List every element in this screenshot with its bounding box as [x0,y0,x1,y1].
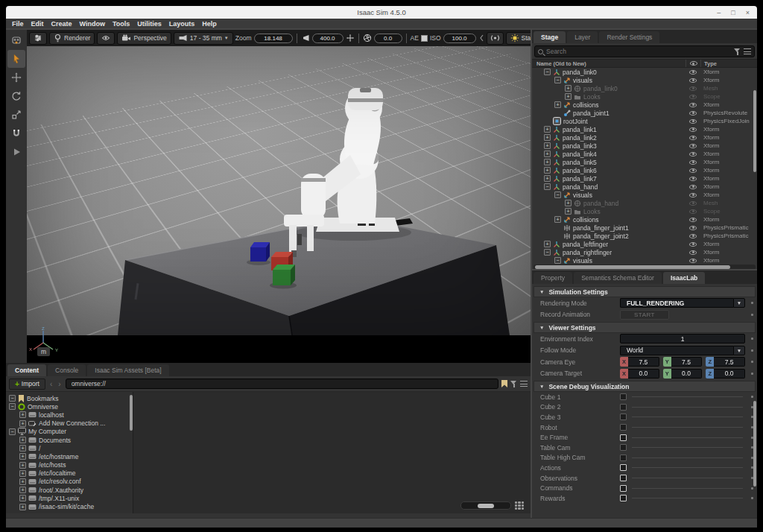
stage-row-panda_hand[interactable]: −panda_handXform [532,183,757,191]
reset-indicator[interactable] [748,396,756,398]
collapse-icon[interactable]: − [9,395,16,402]
tree-item-documents[interactable]: +Documents [6,436,133,444]
stage-row-panda_link0[interactable]: −panda_link0Xform [532,68,757,76]
debug-slider[interactable] [632,467,743,468]
filter-icon[interactable] [734,48,741,55]
stage-row-visuals[interactable]: −visualsXform [532,256,757,265]
import-button[interactable]: +Import [9,379,45,390]
environment-index-field[interactable]: 1 [620,334,745,343]
visibility-eye-icon[interactable] [686,201,700,206]
stage-search-bar[interactable]: Search [534,45,755,57]
tree-item-root-xauthority[interactable]: +/root/.Xauthority [6,486,133,494]
thumbnail-size-slider[interactable] [460,501,511,510]
visibility-eye-icon[interactable] [686,218,700,222]
lens-button[interactable]: 17 - 35 mm▼ [174,32,233,45]
camera-eye-y-field[interactable]: Y7.5 [663,357,703,367]
expand-icon[interactable]: + [565,85,572,92]
stage-row-visuals[interactable]: −visualsXform [532,76,757,84]
visibility-eye-icon[interactable] [686,111,700,115]
menu-window[interactable]: Window [76,20,109,28]
visibility-eye-icon[interactable] [686,168,700,173]
camera-target-z-field[interactable]: Z0.0 [706,369,745,379]
tab-console[interactable]: Console [48,364,86,376]
expand-icon[interactable]: + [544,175,551,182]
visibility-eye-icon[interactable] [686,185,700,189]
expand-icon[interactable]: + [19,411,26,418]
visibility-eye-icon[interactable] [686,177,700,181]
expand-icon[interactable]: + [565,93,572,100]
expand-icon[interactable]: + [565,200,572,206]
expand-icon[interactable]: + [19,420,26,427]
cube3-checkbox[interactable] [620,414,627,420]
zoom-value-field[interactable]: 18.148 [254,34,293,43]
expand-icon[interactable]: + [19,445,26,452]
menu-utilities[interactable]: Utilities [133,20,165,28]
grid-view-icon[interactable] [515,501,524,510]
visibility-eye-icon[interactable] [686,136,700,140]
collapse-icon[interactable]: − [544,69,551,75]
tree-item-etc-resolv-conf[interactable]: +/etc/resolv.conf [6,478,133,486]
stage-row-looks[interactable]: +LooksScope [532,92,757,101]
expand-icon[interactable]: + [554,216,561,223]
tab-stage[interactable]: Stage [534,31,566,43]
stage-row-rootjoint[interactable]: rootJointPhysicsFixedJoin [532,117,757,125]
expand-icon[interactable]: + [19,487,26,493]
stage-row-panda_link3[interactable]: +panda_link3Xform [532,142,757,150]
cube1-checkbox[interactable] [620,393,627,400]
tree-item-my-computer[interactable]: −My Computer [6,428,133,436]
visibility-eye-icon[interactable] [686,95,700,99]
close-button[interactable]: × [746,9,750,16]
stage-lights-button[interactable]: Stage Lights [506,32,531,45]
visibility-eye-icon[interactable] [686,234,700,238]
scale-tool-button[interactable] [7,106,25,124]
reset-indicator[interactable] [748,373,756,375]
reset-indicator[interactable] [748,302,756,304]
iso-value-field[interactable]: 100.0 [443,34,476,43]
tree-item-etc-hosts[interactable]: +/etc/hosts [6,461,133,469]
menu-edit[interactable]: Edit [28,20,48,28]
stage-row-panda_link4[interactable]: +panda_link4Xform [532,150,757,158]
expand-icon[interactable]: + [544,151,551,157]
reset-indicator[interactable] [748,361,756,363]
collapse-icon[interactable]: − [554,191,561,198]
snap-tool-button[interactable] [7,124,25,142]
renderer-button[interactable]: Renderer [49,32,95,45]
commands-checkbox[interactable] [620,485,627,492]
actions-checkbox[interactable] [620,464,627,471]
stage-row-panda_finger_joint1[interactable]: panda_finger_joint1PhysicsPrismatic [532,224,757,232]
column-name[interactable]: Name (Old to New) [532,60,686,67]
tree-item-bookmarks[interactable]: −Bookmarks [6,394,133,402]
path-input[interactable] [66,379,498,389]
expand-icon[interactable]: + [19,453,26,460]
expand-icon[interactable]: + [19,437,26,443]
collapse-icon[interactable]: − [544,183,551,190]
back-button[interactable]: ‹ [48,380,54,388]
debug-slider[interactable] [632,478,743,478]
expand-icon[interactable]: + [544,167,551,174]
tab-semantics-schema-editor[interactable]: Semantics Schema Editor [574,272,662,284]
debug-slider[interactable] [632,417,743,417]
menu-file[interactable]: File [8,20,28,28]
stage-row-panda_link5[interactable]: +panda_link5Xform [532,158,757,166]
forward-button[interactable]: › [57,380,62,388]
visibility-eye-icon[interactable] [686,78,700,83]
menu-help[interactable]: Help [198,20,221,28]
collapse-icon[interactable]: − [554,257,561,264]
ae-checkbox[interactable] [421,35,428,42]
camera-select-tool-button[interactable] [7,31,25,49]
camera-eye-x-field[interactable]: X7.5 [620,357,659,367]
exposure-value-field[interactable]: 0.0 [374,34,402,43]
stage-row-panda_link6[interactable]: +panda_link6Xform [532,166,757,174]
visibility-eye-icon[interactable] [686,209,700,214]
cube2-checkbox[interactable] [620,404,627,411]
visibility-eye-icon[interactable] [686,144,700,148]
camera-eye-z-field[interactable]: Z7.5 [706,357,745,367]
robot-checkbox[interactable] [620,424,627,431]
visibility-eye-icon[interactable] [686,193,700,197]
tab-property[interactable]: Property [534,272,572,284]
camera-target-x-field[interactable]: X0.0 [620,369,659,379]
viewport-options-button[interactable] [29,32,47,45]
stage-row-looks[interactable]: +LooksScope [532,207,757,215]
collapse-icon[interactable]: − [9,428,16,435]
expand-icon[interactable]: + [544,159,551,165]
